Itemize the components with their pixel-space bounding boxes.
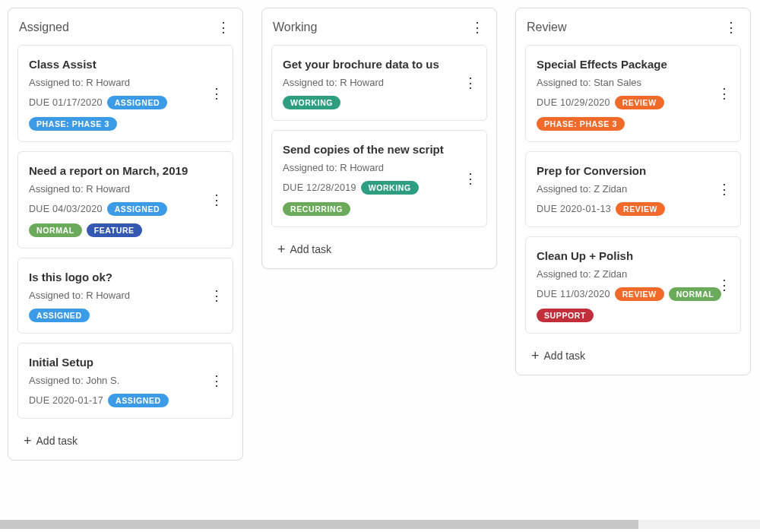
column: Review⋮Special Effects PackageAssigned t…	[515, 8, 751, 375]
status-pill: NORMAL	[29, 223, 82, 237]
card-meta: DUE 12/28/2019WORKINGRECURRING	[283, 181, 477, 216]
assignee-prefix: Assigned to:	[29, 183, 86, 195]
assignee-name: Z Zidan	[594, 183, 627, 195]
card-menu-icon[interactable]: ⋮	[464, 74, 477, 91]
add-task-label: Add task	[544, 350, 585, 362]
column-title: Review	[527, 21, 566, 34]
column: Assigned⋮Class AssistAssigned to: R Howa…	[8, 8, 243, 461]
status-pill: NORMAL	[669, 287, 722, 301]
assignee-prefix: Assigned to:	[537, 77, 594, 88]
card-meta: WORKING	[283, 96, 477, 109]
assignee-name: R Howard	[86, 183, 130, 195]
card-meta: DUE 01/17/2020ASSIGNEDPHASE: PHASE 3	[29, 96, 223, 131]
card-assignee: Assigned to: R Howard	[29, 77, 223, 88]
status-pill: ASSIGNED	[108, 394, 169, 407]
card-meta: DUE 04/03/2020ASSIGNEDNORMALFEATURE	[29, 202, 223, 237]
task-card[interactable]: Clean Up + PolishAssigned to: Z ZidanDUE…	[525, 236, 741, 334]
assignee-name: R Howard	[340, 162, 384, 173]
card-assignee: Assigned to: R Howard	[29, 290, 223, 301]
card-title: Prep for Conversion	[537, 163, 704, 179]
card-meta: DUE 10/29/2020REVIEWPHASE: PHASE 3	[537, 96, 731, 131]
status-pill: REVIEW	[616, 202, 665, 216]
task-card[interactable]: Is this logo ok?Assigned to: R HowardASS…	[17, 258, 233, 334]
card-menu-icon[interactable]: ⋮	[210, 192, 223, 208]
assignee-name: Z Zidan	[594, 268, 627, 280]
status-pill: FEATURE	[87, 223, 142, 237]
card-assignee: Assigned to: R Howard	[283, 77, 477, 88]
assignee-prefix: Assigned to:	[29, 290, 86, 301]
status-pill: ASSIGNED	[29, 309, 90, 322]
card-due-date: DUE 01/17/2020	[29, 97, 103, 108]
column-header: Review⋮	[516, 8, 750, 45]
assignee-prefix: Assigned to:	[283, 77, 340, 88]
card-menu-icon[interactable]: ⋮	[717, 277, 731, 293]
card-title: Special Effects Package	[537, 56, 704, 72]
task-card[interactable]: Special Effects PackageAssigned to: Stan…	[525, 45, 741, 142]
scrollbar-thumb[interactable]	[0, 520, 638, 529]
card-menu-icon[interactable]: ⋮	[717, 181, 731, 198]
assignee-prefix: Assigned to:	[283, 162, 340, 173]
column-menu-icon[interactable]: ⋮	[721, 17, 739, 37]
kanban-board: Assigned⋮Class AssistAssigned to: R Howa…	[8, 8, 752, 461]
card-menu-icon[interactable]: ⋮	[210, 372, 223, 389]
column-menu-icon[interactable]: ⋮	[214, 17, 232, 37]
task-card[interactable]: Need a report on March, 2019Assigned to:…	[17, 151, 233, 249]
column: Working⋮Get your brochure data to usAssi…	[261, 8, 497, 269]
column-header: Assigned⋮	[8, 8, 242, 45]
plus-icon: +	[277, 242, 286, 256]
card-menu-icon[interactable]: ⋮	[210, 85, 223, 102]
status-pill: SUPPORT	[537, 309, 594, 322]
card-due-date: DUE 2020-01-13	[537, 204, 611, 214]
assignee-name: Stan Sales	[594, 77, 641, 88]
card-assignee: Assigned to: R Howard	[283, 162, 477, 173]
card-assignee: Assigned to: Z Zidan	[537, 268, 731, 280]
status-pill: REVIEW	[615, 96, 664, 109]
status-pill: RECURRING	[283, 202, 350, 216]
card-title: Get your brochure data to us	[283, 56, 450, 72]
horizontal-scrollbar[interactable]	[0, 520, 760, 529]
card-title: Is this logo ok?	[29, 269, 196, 285]
card-meta: DUE 2020-01-13REVIEW	[537, 202, 731, 216]
assignee-prefix: Assigned to:	[29, 77, 86, 88]
task-card[interactable]: Initial SetupAssigned to: John S.DUE 202…	[17, 343, 233, 419]
card-due-date: DUE 11/03/2020	[537, 289, 610, 299]
card-due-date: DUE 10/29/2020	[537, 97, 610, 108]
card-menu-icon[interactable]: ⋮	[210, 287, 223, 304]
card-meta: DUE 11/03/2020REVIEWNORMALSUPPORT	[537, 287, 731, 322]
task-card[interactable]: Get your brochure data to usAssigned to:…	[271, 45, 487, 121]
card-title: Send copies of the new script	[283, 141, 450, 157]
status-pill: PHASE: PHASE 3	[537, 117, 625, 131]
column-menu-icon[interactable]: ⋮	[467, 17, 486, 37]
card-title: Clean Up + Polish	[537, 248, 704, 264]
assignee-name: John S.	[86, 375, 119, 386]
add-task-label: Add task	[290, 243, 331, 255]
card-meta: ASSIGNED	[29, 309, 223, 322]
assignee-prefix: Assigned to:	[29, 375, 86, 386]
card-title: Initial Setup	[29, 354, 196, 370]
task-card[interactable]: Prep for ConversionAssigned to: Z ZidanD…	[525, 151, 741, 227]
assignee-name: R Howard	[86, 290, 130, 301]
status-pill: WORKING	[361, 181, 419, 195]
task-card[interactable]: Send copies of the new scriptAssigned to…	[271, 130, 487, 227]
card-assignee: Assigned to: Stan Sales	[537, 77, 731, 88]
add-task-button[interactable]: +Add task	[516, 343, 750, 366]
card-title: Class Assist	[29, 56, 196, 72]
card-due-date: DUE 04/03/2020	[29, 204, 103, 214]
add-task-label: Add task	[36, 435, 78, 447]
column-title: Assigned	[19, 21, 69, 34]
card-title: Need a report on March, 2019	[29, 163, 196, 179]
status-pill: ASSIGNED	[107, 202, 168, 216]
card-assignee: Assigned to: John S.	[29, 375, 223, 386]
card-assignee: Assigned to: R Howard	[29, 183, 223, 195]
card-due-date: DUE 12/28/2019	[283, 182, 356, 193]
column-header: Working⋮	[262, 8, 496, 45]
card-menu-icon[interactable]: ⋮	[464, 170, 477, 187]
card-due-date: DUE 2020-01-17	[29, 395, 103, 406]
task-card[interactable]: Class AssistAssigned to: R HowardDUE 01/…	[17, 45, 233, 142]
card-meta: DUE 2020-01-17ASSIGNED	[29, 394, 223, 407]
card-menu-icon[interactable]: ⋮	[717, 85, 731, 102]
add-task-button[interactable]: +Add task	[8, 428, 242, 451]
plus-icon: +	[531, 349, 540, 363]
add-task-button[interactable]: +Add task	[262, 236, 496, 259]
assignee-name: R Howard	[340, 77, 384, 88]
